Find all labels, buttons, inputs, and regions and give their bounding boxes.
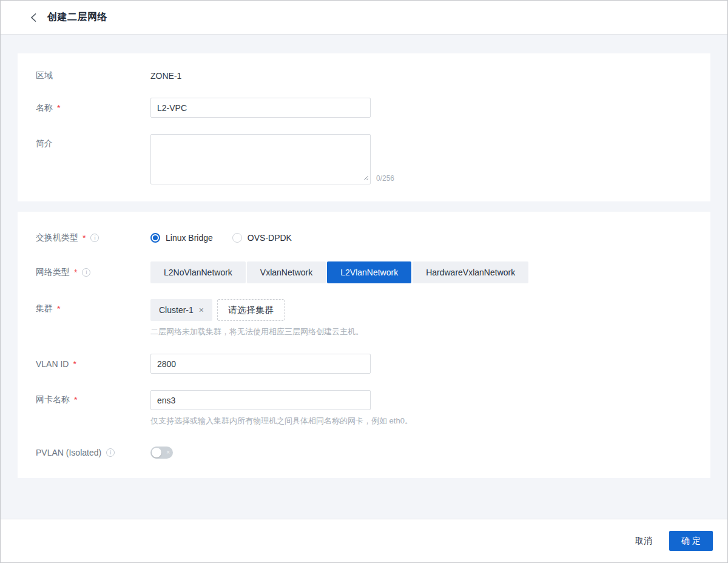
nic-name-input[interactable]	[150, 390, 371, 410]
network-type-options: L2NoVlanNetwork VxlanNetwork L2VlanNetwo…	[150, 261, 528, 283]
resize-handle-icon[interactable]	[363, 173, 369, 183]
network-type-option-l2vlan[interactable]: L2VlanNetwork	[327, 261, 411, 283]
switch-type-radio-group: Linux Bridge OVS-DPDK	[150, 233, 292, 243]
required-asterisk: *	[83, 233, 86, 243]
nic-help-text: 仅支持选择或输入集群内所有物理机之间具体相同名称的网卡，例如 eth0。	[150, 416, 413, 426]
network-type-option-l2novlan[interactable]: L2NoVlanNetwork	[150, 261, 246, 283]
description-label: 简介	[36, 134, 150, 149]
network-type-label: 网络类型 * i	[36, 267, 150, 278]
cluster-row: 集群 * Cluster-1 × 请选择集群 二层网络未加载集群，将无法使用相应…	[36, 299, 692, 337]
vlan-id-label: VLAN ID *	[36, 359, 150, 369]
form-body: 区域 ZONE-1 名称 * 简介	[1, 35, 727, 519]
basic-info-card: 区域 ZONE-1 名称 * 简介	[18, 53, 710, 201]
select-cluster-button[interactable]: 请选择集群	[217, 299, 285, 321]
remove-tag-icon[interactable]: ×	[199, 306, 204, 314]
pvlan-row: PVLAN (Isolated) i ×	[36, 447, 692, 459]
nic-name-field: 仅支持选择或输入集群内所有物理机之间具体相同名称的网卡，例如 eth0。	[150, 390, 413, 426]
required-asterisk: *	[57, 304, 60, 314]
info-icon[interactable]: i	[106, 448, 115, 457]
radio-linux-bridge[interactable]: Linux Bridge	[150, 233, 213, 243]
char-counter: 0/256	[376, 174, 394, 184]
cancel-button[interactable]: 取消	[635, 536, 652, 547]
required-asterisk: *	[74, 268, 77, 277]
switch-type-label: 交换机类型 * i	[36, 232, 150, 243]
switch-type-row: 交换机类型 * i Linux Bridge OVS-DPDK	[36, 232, 692, 243]
description-textarea-wrap	[150, 134, 371, 184]
zone-row: 区域 ZONE-1	[36, 70, 692, 81]
cluster-help-text: 二层网络未加载集群，将无法使用相应三层网络创建云主机。	[150, 326, 363, 337]
info-icon[interactable]: i	[82, 268, 90, 277]
toggle-knob	[152, 448, 161, 457]
zone-label: 区域	[36, 70, 150, 81]
radio-ovs-dpdk[interactable]: OVS-DPDK	[232, 233, 292, 243]
radio-unselected-icon	[232, 233, 242, 243]
network-type-row: 网络类型 * i L2NoVlanNetwork VxlanNetwork L2…	[36, 261, 692, 283]
name-input[interactable]	[150, 98, 371, 118]
vlan-id-input[interactable]	[150, 354, 371, 374]
create-l2-network-dialog: 创建二层网络 区域 ZONE-1 名称 * 简介	[0, 0, 728, 563]
zone-value: ZONE-1	[150, 71, 181, 81]
cluster-label: 集群 *	[36, 299, 150, 314]
page-title: 创建二层网络	[47, 11, 107, 24]
nic-name-label: 网卡名称 *	[36, 390, 150, 405]
name-label: 名称 *	[36, 103, 150, 113]
required-asterisk: *	[57, 103, 60, 113]
dialog-footer: 取消 确 定	[1, 519, 727, 562]
toggle-off-icon: ×	[166, 450, 170, 456]
required-asterisk: *	[74, 395, 77, 405]
cluster-field: Cluster-1 × 请选择集群 二层网络未加载集群，将无法使用相应三层网络创…	[150, 299, 363, 337]
radio-selected-icon	[150, 233, 160, 243]
name-row: 名称 *	[36, 98, 692, 118]
nic-name-row: 网卡名称 * 仅支持选择或输入集群内所有物理机之间具体相同名称的网卡，例如 et…	[36, 390, 692, 426]
description-row: 简介 0/256	[36, 134, 692, 184]
network-type-option-hardwarevxlan[interactable]: HardwareVxlanNetwork	[413, 261, 528, 283]
confirm-button[interactable]: 确 定	[669, 531, 713, 551]
back-icon[interactable]	[27, 12, 39, 24]
network-type-option-vxlan[interactable]: VxlanNetwork	[247, 261, 326, 283]
network-settings-card: 交换机类型 * i Linux Bridge OVS-DPDK	[18, 212, 710, 478]
pvlan-toggle[interactable]: ×	[150, 447, 173, 459]
vlan-id-row: VLAN ID *	[36, 354, 692, 374]
info-icon[interactable]: i	[90, 234, 99, 242]
dialog-header: 创建二层网络	[1, 1, 727, 35]
cluster-tag: Cluster-1 ×	[150, 299, 212, 321]
pvlan-label: PVLAN (Isolated) i	[36, 448, 150, 457]
required-asterisk: *	[73, 359, 76, 369]
description-textarea[interactable]	[150, 134, 371, 184]
